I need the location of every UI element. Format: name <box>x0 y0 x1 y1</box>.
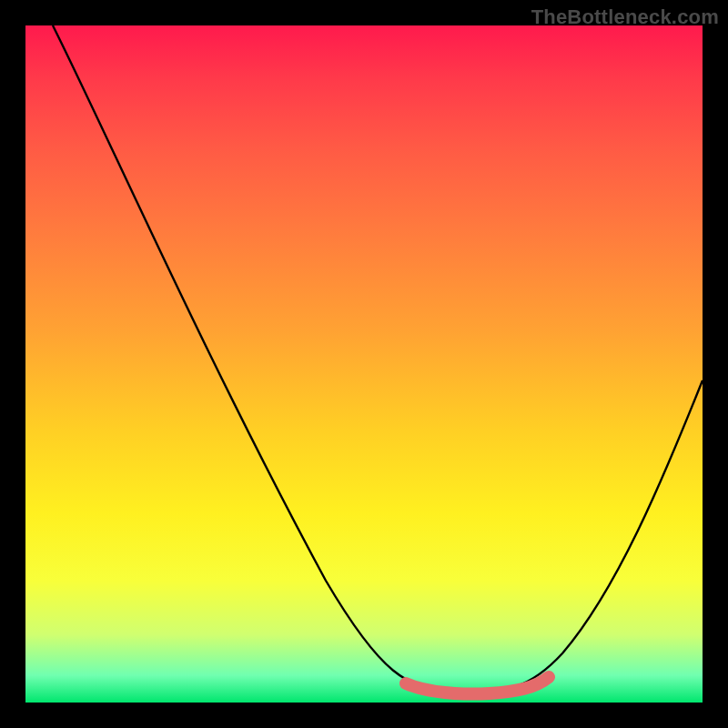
chart-svg <box>25 25 703 703</box>
bottleneck-curve <box>53 25 703 692</box>
curve-valley-highlight <box>406 677 549 694</box>
chart-plot-area <box>25 25 703 703</box>
